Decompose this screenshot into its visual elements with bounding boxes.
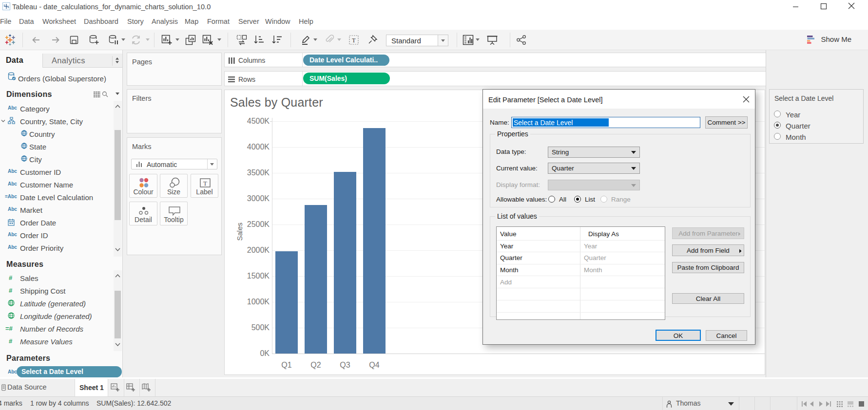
svg-text:T: T	[203, 180, 207, 187]
svg-text:T: T	[352, 37, 356, 44]
